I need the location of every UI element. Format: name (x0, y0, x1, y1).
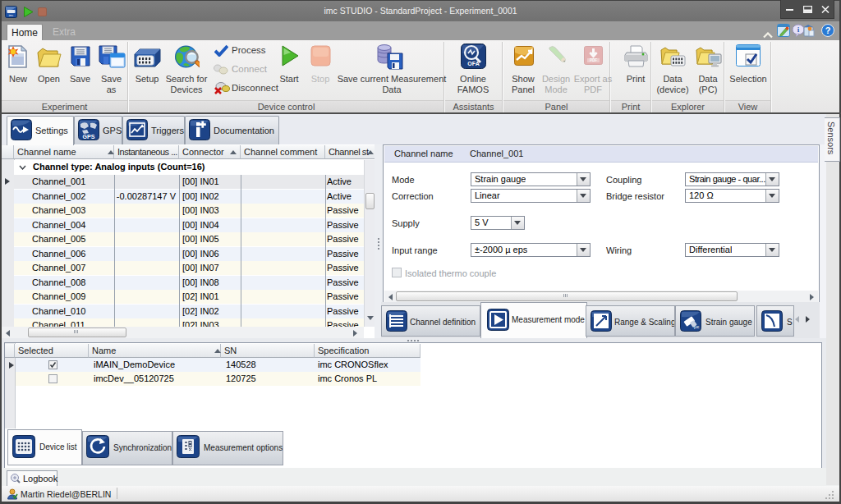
svg-text:µɛ: µɛ (694, 324, 699, 329)
svg-text:OFA: OFA (467, 61, 479, 66)
svg-text:GPS: GPS (83, 134, 95, 140)
svg-text:PDF: PDF (590, 58, 597, 62)
svg-text:?: ? (825, 25, 831, 35)
